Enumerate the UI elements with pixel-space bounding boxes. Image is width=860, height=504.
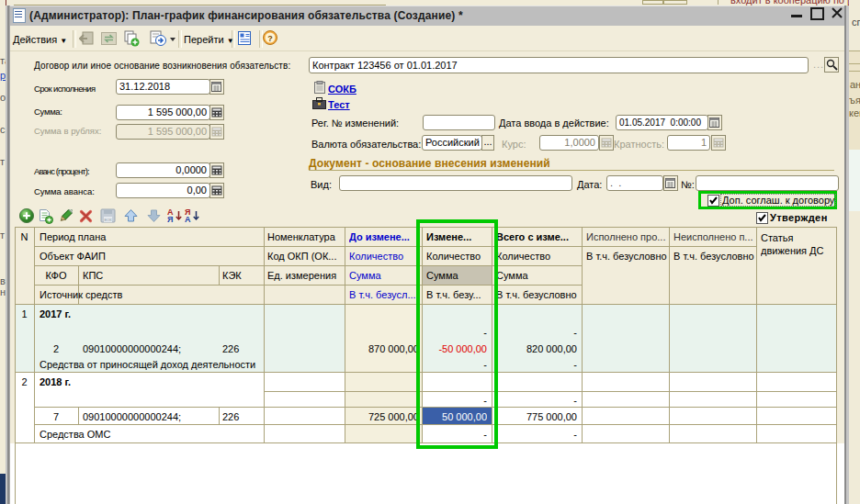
svg-text:Я: Я [167,215,173,224]
svg-text:ЕОК: ЕОК [104,218,112,222]
svg-text:А: А [185,215,191,224]
svg-text:?: ? [267,34,273,43]
